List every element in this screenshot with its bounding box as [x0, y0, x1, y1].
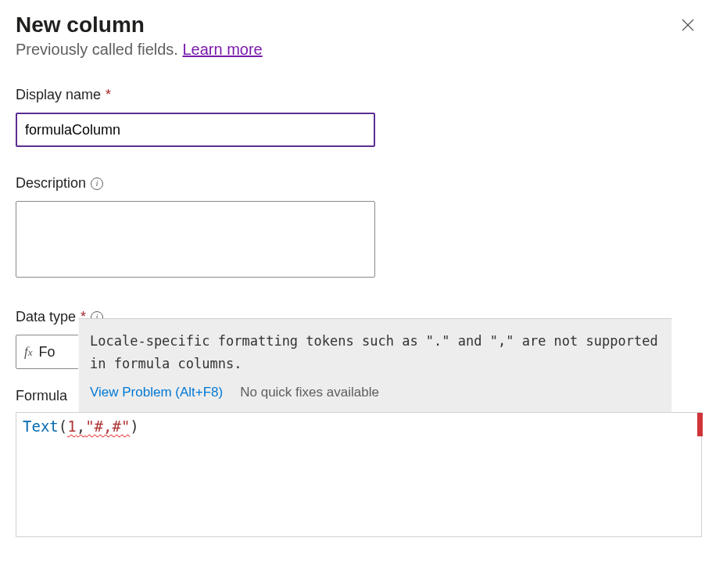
description-input[interactable]	[16, 201, 375, 278]
formula-token-fn: Text	[23, 418, 59, 435]
formula-error-span: 1,"#,#"	[67, 418, 130, 435]
no-quick-fixes-text: No quick fixes available	[240, 382, 379, 404]
panel-subtitle: Previously called fields. Learn more	[16, 41, 700, 59]
view-problem-link[interactable]: View Problem (Alt+F8)	[90, 382, 223, 404]
formula-token-paren: (	[59, 418, 67, 435]
display-name-label: Display name *	[16, 87, 700, 103]
info-icon[interactable]: i	[91, 177, 103, 190]
tooltip-message: Locale-specific formatting tokens such a…	[90, 330, 661, 375]
close-button[interactable]	[675, 13, 700, 38]
formula-editor[interactable]: Text(1,"#,#")	[16, 412, 702, 537]
data-type-value: Fo	[39, 344, 55, 360]
panel-title: New column	[16, 13, 145, 38]
display-name-label-text: Display name	[16, 87, 101, 103]
formula-token-paren: )	[130, 418, 138, 435]
required-indicator: *	[106, 87, 111, 103]
description-label: Description i	[16, 175, 700, 192]
error-tooltip: Locale-specific formatting tokens such a…	[78, 318, 672, 413]
error-marker-icon	[697, 413, 703, 436]
formula-fx-icon: fx	[24, 344, 33, 360]
formula-token-num: 1	[67, 418, 76, 435]
subtitle-text: Previously called fields.	[16, 41, 182, 58]
close-icon	[681, 18, 695, 32]
formula-label-text: Formula	[16, 388, 67, 404]
formula-token-str: "#,#"	[85, 418, 130, 435]
display-name-input[interactable]	[16, 113, 375, 147]
description-label-text: Description	[16, 175, 86, 192]
data-type-label-text: Data type	[16, 309, 76, 325]
formula-token-comma: ,	[77, 418, 85, 435]
learn-more-link[interactable]: Learn more	[182, 41, 262, 58]
